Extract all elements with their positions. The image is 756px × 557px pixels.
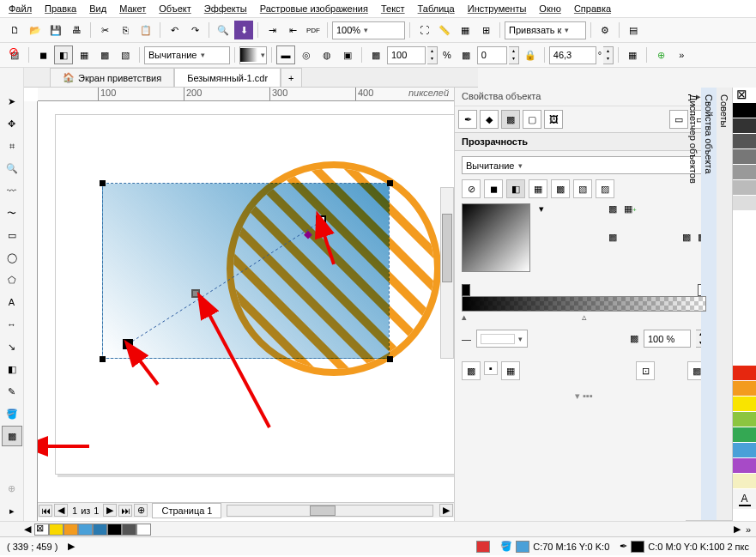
import-icon[interactable]: ⬇: [234, 21, 253, 39]
texture-transp-icon[interactable]: ▧: [116, 45, 135, 64]
paste-icon[interactable]: 📋: [136, 21, 155, 39]
copy-icon[interactable]: ⎘: [116, 21, 135, 39]
tab-document[interactable]: Безымянный-1.cdr: [174, 68, 281, 87]
page-add-icon[interactable]: ⊕: [134, 504, 148, 517]
launcher-icon[interactable]: ▤: [624, 21, 643, 39]
no-transp-icon[interactable]: ▨⊘: [5, 45, 24, 64]
expand-tool-icon[interactable]: ▸: [2, 500, 22, 521]
menu-effects[interactable]: Эффекты: [204, 3, 247, 14]
fullscreen-icon[interactable]: ⛶: [414, 21, 433, 39]
zoom-combo[interactable]: 100%: [332, 21, 405, 39]
color-swatch[interactable]: [733, 427, 756, 443]
free-transform-icon[interactable]: ▦: [623, 45, 642, 64]
mirror-v-icon[interactable]: ▪: [484, 361, 498, 375]
gradient-rot-handle-icon[interactable]: ◆: [304, 227, 312, 240]
doc-swatch[interactable]: [78, 524, 93, 536]
docker-title-bar[interactable]: Свойства объекта ▸▸: [455, 88, 713, 106]
zoom-tool-icon[interactable]: 🔍: [2, 158, 22, 179]
undo-icon[interactable]: ↶: [165, 21, 184, 39]
color-swatch[interactable]: [733, 397, 756, 412]
menu-help[interactable]: Справка: [574, 3, 611, 14]
color-swatch[interactable]: [733, 134, 756, 149]
color-swatch[interactable]: [733, 458, 756, 474]
rail-hints[interactable]: Советы: [717, 88, 732, 521]
palette-arrow-right-icon[interactable]: ▶: [734, 524, 741, 535]
add-preset-icon[interactable]: ⊕: [651, 45, 670, 64]
target-fill-icon[interactable]: ▩: [608, 203, 617, 215]
drawing-canvas[interactable]: ◆: [38, 101, 454, 502]
pattern2-transp-icon[interactable]: ▩: [95, 45, 114, 64]
color-swatch[interactable]: [733, 304, 756, 319]
angle-spinner[interactable]: ▴▾: [603, 46, 614, 64]
palette-arrow-left-icon[interactable]: ◀: [24, 524, 31, 535]
page-first-icon[interactable]: ⏮: [39, 505, 52, 517]
color-swatch[interactable]: [733, 242, 756, 257]
gradient-start-node[interactable]: [123, 339, 133, 349]
node-opacity-input[interactable]: 100 %: [644, 330, 691, 348]
palette-more-icon[interactable]: »: [746, 524, 751, 535]
color-proof-icon[interactable]: [476, 541, 490, 553]
cut-icon[interactable]: ✂: [95, 21, 114, 39]
menu-object[interactable]: Объект: [159, 3, 191, 14]
canvas-vscroll[interactable]: [440, 187, 454, 359]
menu-table[interactable]: Таблица: [418, 3, 455, 14]
color-swatch[interactable]: [733, 257, 756, 273]
effects-tool-icon[interactable]: ◧: [2, 359, 22, 379]
checker-start-icon[interactable]: ▩: [366, 45, 385, 64]
square-grad-icon[interactable]: ▣: [338, 45, 357, 64]
stop-marker-start-icon[interactable]: [462, 284, 470, 296]
new-doc-icon[interactable]: 🗋: [5, 21, 24, 39]
pdf-icon[interactable]: PDF: [304, 21, 323, 39]
doc-no-color[interactable]: ⊠: [34, 524, 49, 536]
opacity-input[interactable]: 100: [387, 46, 426, 64]
merge-mode-combo[interactable]: Вычитание: [144, 46, 230, 64]
options-icon[interactable]: ⚙: [596, 21, 614, 39]
canvas-hscroll[interactable]: [227, 505, 433, 517]
d-bitmap-pat-icon[interactable]: ▩: [551, 179, 570, 198]
color-swatch[interactable]: [733, 381, 756, 397]
guides-icon[interactable]: ⊞: [476, 21, 495, 39]
d-fountain-icon[interactable]: ◧: [506, 179, 525, 198]
gradient-preview[interactable]: [462, 203, 530, 272]
shape-tool-icon[interactable]: ✥: [2, 113, 22, 134]
mirror-h-icon[interactable]: ▩: [462, 361, 481, 380]
d-uniform-icon[interactable]: ◼: [484, 179, 503, 198]
add-preset-small-icon[interactable]: ▦+: [624, 203, 637, 215]
gradient-ramp[interactable]: [462, 296, 706, 312]
color-swatch[interactable]: [733, 103, 756, 118]
selection-handle[interactable]: [387, 356, 393, 362]
color-swatch[interactable]: [733, 118, 756, 134]
search-content-icon[interactable]: 🔍: [214, 21, 233, 39]
rectangle-tool-icon[interactable]: ▭: [2, 225, 22, 245]
selection-handle[interactable]: [100, 180, 106, 186]
conical-grad-icon[interactable]: ◍: [318, 45, 336, 64]
polygon-tool-icon[interactable]: ⬠: [2, 269, 22, 290]
page-prev-icon[interactable]: ◀: [54, 504, 68, 517]
gradient-mid-node[interactable]: [191, 289, 200, 298]
color-swatch[interactable]: [733, 350, 756, 366]
d-vector-pat-icon[interactable]: ▦: [529, 179, 547, 198]
connector-tool-icon[interactable]: ↘: [2, 336, 22, 357]
d-two-color-icon[interactable]: ▧: [573, 179, 592, 198]
fill-tab-icon[interactable]: ◆: [480, 110, 499, 129]
menu-edit[interactable]: Правка: [45, 3, 76, 14]
color-swatch[interactable]: [733, 211, 756, 227]
color-swatch[interactable]: [733, 319, 756, 335]
checker-end-icon[interactable]: ▩: [457, 45, 475, 64]
artistic-tool-icon[interactable]: 〜: [2, 203, 22, 223]
more-icon[interactable]: »: [672, 45, 691, 64]
free-scale-icon[interactable]: ⊡: [636, 361, 655, 380]
color-swatch[interactable]: [733, 335, 756, 350]
snap-combo[interactable]: Привязать к: [505, 21, 586, 39]
node-color-picker[interactable]: [476, 330, 528, 348]
steps-spinner[interactable]: ▴▾: [509, 46, 519, 64]
eyedropper-tool-icon[interactable]: ✎: [2, 381, 22, 402]
save-icon[interactable]: 💾: [46, 21, 65, 39]
crop-tool-icon[interactable]: ⌗: [2, 136, 22, 156]
menu-bitmaps[interactable]: Растровые изображения: [260, 3, 368, 14]
tab-welcome[interactable]: 🏠 Экран приветствия: [50, 68, 174, 87]
color-swatch[interactable]: [733, 149, 756, 165]
radial-grad-icon[interactable]: ◎: [297, 45, 316, 64]
tab-add[interactable]: +: [281, 68, 301, 87]
page-tab[interactable]: Страница 1: [152, 503, 221, 518]
